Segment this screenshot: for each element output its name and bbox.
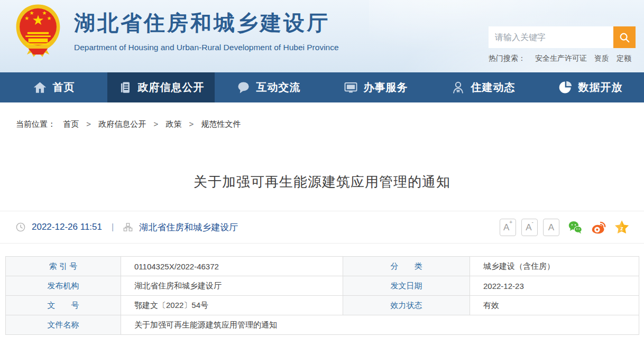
nav-item-home[interactable]: 首页	[0, 72, 107, 102]
publish-time: 2022-12-26 11:51	[32, 222, 102, 232]
breadcrumb-separator: >	[153, 119, 158, 128]
breadcrumb-separator: >	[86, 119, 91, 128]
national-emblem-logo: ★ ★ ★ ★ ★	[14, 3, 62, 59]
search-area: 热门搜索： 安全生产许可证 资质 定额	[489, 26, 636, 63]
font-btn-label: A	[503, 222, 509, 232]
validity-status-value: 有效	[470, 296, 639, 315]
font-increase-button[interactable]: A+	[500, 219, 516, 236]
nav-label: 办事服务	[364, 80, 408, 95]
doc-number-label: 文 号	[6, 296, 121, 315]
qzone-icon[interactable]: z	[614, 220, 629, 235]
issuing-agency-value: 湖北省住房和城乡建设厅	[121, 276, 343, 296]
site-title-cn: 湖北省住房和城乡建设厅	[74, 8, 339, 38]
svg-text:z: z	[620, 225, 623, 231]
chat-bubble-icon	[236, 80, 251, 95]
wechat-icon[interactable]	[568, 220, 583, 235]
issuing-agency-label: 发布机构	[6, 276, 121, 296]
document-icon	[118, 80, 132, 95]
validity-status-label: 效力状态	[343, 296, 470, 315]
hot-search-link-3[interactable]: 定额	[617, 54, 631, 63]
monitor-icon	[344, 80, 358, 95]
font-btn-sup: +	[509, 219, 512, 225]
nav-item-news[interactable]: 住建动态	[429, 72, 537, 102]
nav-label: 数据开放	[578, 80, 623, 95]
breadcrumb: 当前位置： 首页 > 政府信息公开 > 政策 > 规范性文件	[0, 102, 644, 129]
home-icon	[33, 80, 47, 95]
svg-text:★: ★	[30, 10, 34, 16]
breadcrumb-label: 当前位置：	[16, 119, 56, 128]
breadcrumb-item-home[interactable]: 首页	[63, 119, 79, 128]
svg-text:★: ★	[42, 10, 47, 16]
doc-number-value: 鄂建文〔2022〕54号	[121, 296, 343, 315]
site-title-en: Department of Housing and Urban-Rural De…	[74, 43, 339, 52]
index-number-label: 索 引 号	[6, 257, 121, 276]
breadcrumb-item-gov-info[interactable]: 政府信息公开	[98, 119, 146, 128]
organization-icon	[123, 222, 133, 232]
nav-label: 住建动态	[471, 80, 516, 95]
pie-chart-icon	[558, 80, 573, 95]
article-title: 关于加强可再生能源建筑应用管理的通知	[0, 173, 644, 191]
font-btn-label: A	[548, 222, 554, 232]
breadcrumb-item-normative-docs[interactable]: 规范性文件	[201, 119, 241, 128]
nav-item-open-data[interactable]: 数据开放	[537, 72, 644, 102]
font-decrease-button[interactable]: A-	[521, 219, 538, 236]
person-icon	[451, 80, 465, 95]
hot-search-link-2[interactable]: 资质	[594, 54, 609, 63]
table-row: 索 引 号 01104325X/2022-46372 分 类 城乡建设（含住房）	[6, 257, 639, 276]
national-emblem-icon: ★ ★ ★ ★ ★	[14, 3, 62, 59]
font-btn-sup: -	[532, 219, 533, 225]
hot-search-link-1[interactable]: 安全生产许可证	[535, 54, 587, 63]
weibo-icon[interactable]	[591, 220, 606, 235]
index-number-value: 01104325X/2022-46372	[121, 257, 343, 276]
main-nav: 首页 政府信息公开 互动交流 办事服务 住建动态	[0, 72, 644, 102]
site-header: ★ ★ ★ ★ ★ 湖北省住房和城乡建设厅 Department of Hous…	[0, 0, 644, 72]
breadcrumb-item-policy[interactable]: 政策	[165, 119, 181, 128]
issue-date-label: 发文日期	[343, 276, 470, 296]
nav-label: 政府信息公开	[138, 80, 205, 95]
font-btn-label: A	[526, 222, 531, 232]
nav-item-interaction[interactable]: 互动交流	[215, 72, 322, 102]
nav-item-gov-info[interactable]: 政府信息公开	[107, 72, 215, 102]
search-icon	[619, 32, 630, 43]
table-row: 文件名称 关于加强可再生能源建筑应用管理的通知	[6, 315, 639, 335]
svg-text:★: ★	[47, 15, 52, 21]
table-row: 发布机构 湖北省住房和城乡建设厅 发文日期 2022-12-23	[6, 276, 639, 296]
nav-item-services[interactable]: 办事服务	[322, 72, 429, 102]
breadcrumb-separator: >	[189, 119, 194, 128]
clock-icon	[16, 222, 25, 232]
nav-label: 互动交流	[256, 80, 301, 95]
article-meta-bar: 2022-12-26 11:51 | 湖北省住房和城乡建设厅 A+ A- A	[0, 211, 644, 244]
doc-title-label: 文件名称	[6, 315, 121, 335]
category-label: 分 类	[343, 257, 470, 276]
issue-date-value: 2022-12-23	[470, 276, 639, 296]
hot-search-label: 热门搜索：	[489, 54, 526, 63]
search-input[interactable]	[489, 26, 613, 48]
svg-text:★: ★	[24, 15, 29, 21]
font-reset-button[interactable]: A	[543, 219, 559, 236]
category-value: 城乡建设（含住房）	[470, 257, 639, 276]
article-source: 湖北省住房和城乡建设厅	[139, 221, 238, 233]
doc-title-value: 关于加强可再生能源建筑应用管理的通知	[121, 315, 639, 335]
meta-separator: |	[112, 222, 114, 232]
search-button[interactable]	[613, 26, 636, 48]
doc-info-table: 索 引 号 01104325X/2022-46372 分 类 城乡建设（含住房）…	[5, 256, 639, 335]
nav-label: 首页	[53, 80, 75, 95]
table-row: 文 号 鄂建文〔2022〕54号 效力状态 有效	[6, 296, 639, 315]
